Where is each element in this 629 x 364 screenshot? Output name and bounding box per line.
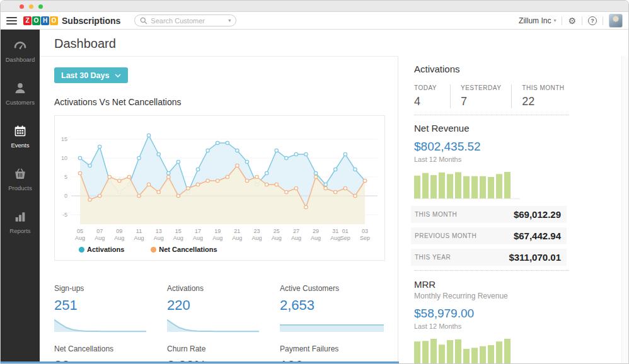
sidebar-item-customers[interactable]: Customers [1, 81, 40, 106]
svg-text:Aug: Aug [212, 235, 222, 241]
activations-this-month: THIS MONTH 22 [522, 84, 574, 108]
svg-text:Sep: Sep [340, 235, 350, 241]
sidebar-item-label: Customers [6, 99, 35, 106]
help-icon[interactable]: ? [588, 16, 597, 25]
net-revenue-period: Last 12 Months [414, 156, 622, 163]
sidebar-item-label: Dashboard [6, 56, 35, 63]
kpi-label: Churn Rate [167, 344, 280, 353]
sidebar-item-events[interactable]: Events [1, 124, 40, 149]
header-divider [40, 56, 398, 57]
vertical-scrollbar[interactable] [621, 56, 628, 363]
gear-icon[interactable]: ⚙ [568, 16, 576, 25]
logo-letter: Z [23, 16, 32, 25]
kpi-label: Active Customers [280, 284, 395, 293]
svg-text:Aug: Aug [75, 235, 85, 241]
kpi-activations: Activations 220 [167, 284, 280, 333]
svg-text:09: 09 [116, 228, 122, 234]
svg-text:01: 01 [342, 228, 349, 234]
row-label: PREVIOUS MONTH [415, 232, 476, 239]
app-window: Z O H O Subscriptions ▾ Zillum Inc ▾ ⚙ ? [0, 0, 629, 364]
left-sidebar: Dashboard Customers Events [1, 30, 40, 363]
chart-legend: Activations Net Cancellations [79, 246, 217, 253]
svg-text:10: 10 [61, 155, 67, 161]
svg-text:07: 07 [96, 228, 103, 234]
chart-section-title: Activations Vs Net Cancellations [54, 97, 182, 107]
svg-text:11: 11 [136, 228, 142, 234]
chevron-down-icon [115, 74, 121, 77]
person-icon [13, 81, 27, 95]
svg-text:Aug: Aug [232, 235, 242, 241]
sidebar-item-label: Products [8, 185, 32, 191]
kpi-grid: Sign-ups 251 Activations 220 Active Cust… [54, 284, 395, 364]
app-name: Subscriptions [62, 16, 120, 26]
window-titlebar [1, 1, 628, 12]
net-revenue-rows: THIS MONTH $69,012.29 PREVIOUS MONTH $67… [411, 206, 567, 266]
date-range-button[interactable]: Last 30 Days [54, 67, 128, 83]
line-chart-canvas: 151050-505Aug07Aug09Aug11Aug13Aug15Aug17… [55, 116, 384, 242]
net-cancellations-series-dot [151, 247, 156, 253]
sidebar-item-label: Reports [9, 227, 30, 234]
dotted-divider [414, 270, 568, 271]
hamburger-menu-icon[interactable] [6, 17, 17, 25]
svg-text:Aug: Aug [272, 235, 282, 241]
svg-text:Aug: Aug [291, 235, 301, 241]
close-button[interactable] [20, 4, 24, 9]
kpi-label: Net Cancellations [54, 344, 167, 353]
net-revenue-bar-chart [414, 171, 521, 200]
legend-label: Activations [87, 246, 124, 253]
sidebar-item-reports[interactable]: Reports [1, 210, 40, 234]
search-icon [140, 17, 147, 25]
sparkline [54, 318, 146, 333]
dotted-divider [414, 115, 568, 115]
org-selector[interactable]: Zillum Inc ▾ [519, 16, 556, 25]
kpi-label: Payment Failures [280, 344, 395, 353]
svg-text:Aug: Aug [173, 235, 183, 241]
chevron-down-icon: ▾ [553, 18, 556, 23]
svg-text:Aug: Aug [193, 235, 203, 241]
svg-text:Aug: Aug [134, 235, 144, 241]
svg-text:Aug: Aug [95, 235, 105, 241]
kpi-label: Activations [167, 284, 280, 293]
search-dropdown-caret-icon[interactable]: ▾ [228, 18, 231, 23]
user-avatar[interactable] [609, 14, 623, 28]
kpi-sign-ups: Sign-ups 251 [54, 284, 167, 333]
net-revenue-row-this-month: THIS MONTH $69,012.29 [411, 206, 567, 223]
legend-label: Net Cancellations [159, 246, 217, 253]
svg-text:21: 21 [234, 228, 240, 234]
cell-label: YESTERDAY [461, 84, 501, 91]
sidebar-item-products[interactable]: Products [1, 167, 40, 191]
cell-label: THIS MONTH [522, 84, 564, 91]
search-box[interactable]: ▾ [134, 14, 236, 26]
svg-text:19: 19 [214, 228, 221, 234]
svg-text:23: 23 [254, 228, 260, 234]
legend-item-activations: Activations [79, 246, 124, 253]
activations-today: TODAY 4 [414, 84, 451, 108]
row-label: THIS YEAR [415, 254, 451, 261]
activations-vs-cancellations-chart: 151050-505Aug07Aug09Aug11Aug13Aug15Aug17… [54, 115, 385, 261]
minimize-button[interactable] [29, 4, 33, 9]
kpi-label: Sign-ups [54, 284, 167, 293]
svg-text:05: 05 [77, 228, 83, 234]
org-name: Zillum Inc [519, 16, 551, 25]
svg-text:31: 31 [332, 228, 338, 234]
sidebar-item-dashboard[interactable]: Dashboard [1, 38, 40, 63]
mrr-subtitle: Monthly Recurring Revenue [414, 292, 622, 300]
zoom-button[interactable] [38, 4, 43, 9]
activations-yesterday: YESTERDAY 7 [461, 84, 512, 108]
gauge-icon [13, 38, 27, 52]
svg-text:15: 15 [61, 136, 67, 142]
svg-text:25: 25 [274, 228, 280, 234]
svg-text:29: 29 [313, 228, 319, 234]
activations-series-dot [79, 247, 84, 253]
svg-text:15: 15 [175, 228, 182, 234]
kpi-value: 251 [54, 297, 167, 314]
kpi-active-customers: Active Customers 2,653 [280, 284, 395, 333]
kpi-value: 2,653 [280, 297, 395, 314]
kpi-value: 220 [167, 297, 280, 314]
logo-letter: H [41, 16, 49, 25]
page-title: Dashboard [54, 37, 116, 51]
top-nav: Z O H O Subscriptions ▾ Zillum Inc ▾ ⚙ ? [1, 12, 628, 30]
svg-text:27: 27 [293, 228, 299, 234]
sparkline [280, 318, 384, 333]
search-input[interactable] [151, 17, 225, 25]
